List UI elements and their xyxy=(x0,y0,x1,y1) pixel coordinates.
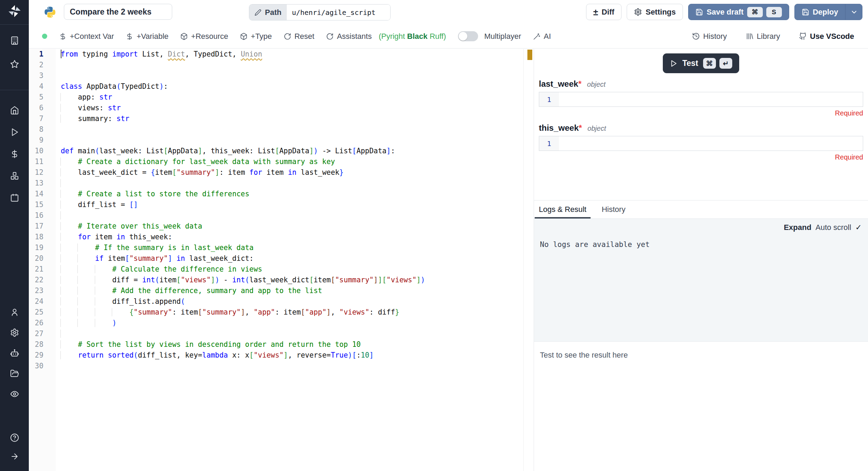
code-line[interactable]: 10def main(last_week: List[AppData], thi… xyxy=(29,146,523,156)
deploy-label: Deploy xyxy=(813,8,838,17)
code-line[interactable]: 16 xyxy=(29,210,523,221)
add-type-button[interactable]: +Type xyxy=(240,32,272,41)
code-line[interactable]: 25 {"summary": item["summary"], "app": i… xyxy=(29,307,523,318)
chevron-down-icon xyxy=(850,8,858,16)
sidebar-item-schedules[interactable] xyxy=(6,189,23,206)
top-bar: Path ± Diff Settings Save draft ⌘S Deplo… xyxy=(29,0,868,24)
sidebar-item-settings[interactable] xyxy=(6,324,23,341)
code-text: # Add the difference, summary and app to… xyxy=(57,285,322,296)
code-line[interactable]: 8 xyxy=(29,124,523,135)
auto-scroll-toggle[interactable]: Auto scroll xyxy=(816,223,851,232)
code-text xyxy=(57,210,78,221)
add-context-var-button[interactable]: +Context Var xyxy=(59,32,114,41)
code-editor[interactable]: 1from typing import List, Dict, TypedDic… xyxy=(29,49,523,471)
sidebar-item-workers[interactable] xyxy=(6,345,23,361)
code-line[interactable]: 20 if item["summary"] in last_week_dict: xyxy=(29,253,523,264)
code-line[interactable]: 17 # Iterate over this_week data xyxy=(29,221,523,232)
save-icon xyxy=(695,8,703,16)
sidebar-item-audit-logs[interactable] xyxy=(6,386,23,402)
history-button[interactable]: History xyxy=(692,32,727,41)
sidebar-item-users[interactable] xyxy=(6,304,23,320)
diff-button[interactable]: ± Diff xyxy=(586,4,622,20)
sidebar-item-home[interactable] xyxy=(6,102,23,119)
sidebar-item-resources[interactable] xyxy=(6,168,23,184)
add-resource-button[interactable]: +Resource xyxy=(180,32,228,41)
sidebar-item-variables[interactable] xyxy=(6,146,23,162)
code-line[interactable]: 2 xyxy=(29,60,523,70)
arg-json-input[interactable]: 1 xyxy=(539,92,863,107)
use-vscode-button[interactable]: Use VScode xyxy=(799,32,854,41)
sidebar-item-help[interactable] xyxy=(6,429,23,446)
tab-history[interactable]: History xyxy=(598,200,629,219)
line-number: 27 xyxy=(29,328,57,339)
reset-button[interactable]: Reset xyxy=(284,32,314,41)
code-text: # Create a dictionary for last_week data… xyxy=(57,156,335,167)
sidebar-item-favorites[interactable] xyxy=(6,56,23,72)
add-variable-button[interactable]: +Variable xyxy=(126,32,168,41)
sidebar-item-folders[interactable] xyxy=(6,365,23,382)
library-button[interactable]: Library xyxy=(746,32,780,41)
code-text: views: str xyxy=(57,103,121,113)
code-line[interactable]: 4class AppData(TypedDict): xyxy=(29,81,523,92)
code-line[interactable]: 30 xyxy=(29,361,523,371)
required-message: Required xyxy=(539,153,863,161)
code-line[interactable]: 3 xyxy=(29,70,523,81)
line-number: 5 xyxy=(29,92,57,103)
path-input[interactable] xyxy=(287,5,390,20)
windmill-logo-icon[interactable] xyxy=(8,4,22,18)
code-line[interactable]: 26 ) xyxy=(29,318,523,328)
script-name-input[interactable] xyxy=(64,4,172,20)
code-line[interactable]: 18 for item in this_week: xyxy=(29,232,523,242)
save-draft-button[interactable]: Save draft ⌘S xyxy=(688,4,789,20)
code-line[interactable]: 19 # If the summary is in last_week data xyxy=(29,242,523,253)
code-line[interactable]: 28 # Sort the list by views in descendin… xyxy=(29,339,523,350)
multiplayer-toggle[interactable] xyxy=(458,31,478,41)
boxes-icon xyxy=(10,171,19,180)
editor-overview-ruler[interactable] xyxy=(523,49,534,471)
deploy-button[interactable]: Deploy xyxy=(794,4,862,20)
code-text xyxy=(57,135,61,146)
path-label-segment[interactable]: Path xyxy=(249,5,287,20)
assistants-status: (Pyright Black Ruff) xyxy=(379,32,446,41)
code-line[interactable]: 23 # Add the difference, summary and app… xyxy=(29,285,523,296)
editor-toolbar: +Context Var+Variable+Resource+TypeReset… xyxy=(29,24,868,49)
dollar-icon xyxy=(59,33,67,40)
test-button[interactable]: Test ⌘↵ xyxy=(663,53,739,73)
assistant-name: ) xyxy=(443,32,446,41)
code-line[interactable]: 12 last_week_dict = {item["summary"]: it… xyxy=(29,167,523,178)
line-number: 2 xyxy=(29,60,57,70)
code-line[interactable]: 14 # Create a list to store the differen… xyxy=(29,189,523,199)
code-line[interactable]: 1from typing import List, Dict, TypedDic… xyxy=(29,49,523,60)
code-line[interactable]: 5 app: str xyxy=(29,92,523,103)
settings-button[interactable]: Settings xyxy=(627,4,683,20)
help-icon xyxy=(10,433,19,442)
code-line[interactable]: 24 diff_list.append( xyxy=(29,296,523,307)
line-number: 1 xyxy=(29,49,57,60)
ai-button[interactable]: AI xyxy=(533,32,551,41)
code-line[interactable]: 21 # Calculate the difference in views xyxy=(29,264,523,275)
code-line[interactable]: 15 diff_list = [] xyxy=(29,199,523,210)
code-text: if item["summary"] in last_week_dict: xyxy=(57,253,253,264)
assistants-button[interactable]: Assistants xyxy=(326,32,372,41)
arg-json-input[interactable]: 1 xyxy=(539,136,863,151)
line-number: 10 xyxy=(29,146,57,156)
sidebar-item-expand-sidebar[interactable] xyxy=(6,448,23,465)
code-line[interactable]: 6 views: str xyxy=(29,103,523,113)
code-text: summary: str xyxy=(57,113,130,124)
code-line[interactable]: 22 diff = int(item["views"]) - int(last_… xyxy=(29,275,523,285)
required-asterisk: * xyxy=(578,79,581,89)
expand-button[interactable]: Expand xyxy=(784,223,811,232)
code-line[interactable]: 27 xyxy=(29,328,523,339)
code-line[interactable]: 9 xyxy=(29,135,523,146)
code-line[interactable]: 13 xyxy=(29,178,523,189)
status-dot xyxy=(42,34,47,39)
tab-logs-result[interactable]: Logs & Result xyxy=(535,200,591,219)
arg-type: object xyxy=(587,80,606,88)
sidebar-item-runs[interactable] xyxy=(6,124,23,140)
code-line[interactable]: 7 summary: str xyxy=(29,113,523,124)
check-icon[interactable]: ✓ xyxy=(856,223,862,232)
code-line[interactable]: 11 # Create a dictionary for last_week d… xyxy=(29,156,523,167)
code-line[interactable]: 29 return sorted(diff_list, key=lambda x… xyxy=(29,350,523,361)
warning-marker xyxy=(527,50,532,60)
sidebar-item-workspace[interactable] xyxy=(6,32,23,49)
